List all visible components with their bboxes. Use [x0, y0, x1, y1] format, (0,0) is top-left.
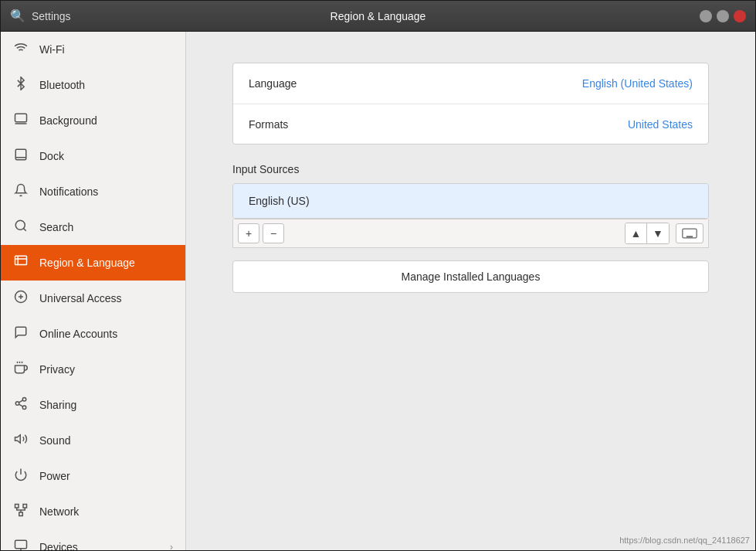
sidebar-item-label-network: Network	[39, 505, 173, 518]
sidebar-item-universal-access[interactable]: Universal Access	[1, 281, 185, 316]
svg-line-6	[23, 228, 25, 230]
add-input-source-button[interactable]: +	[238, 223, 259, 243]
input-source-label: English (US)	[249, 195, 310, 207]
sidebar-item-label-privacy: Privacy	[39, 363, 173, 376]
input-source-arrows: ▲ ▼	[625, 223, 670, 244]
notifications-icon	[13, 183, 29, 200]
input-sources-toolbar: + − ▲ ▼	[232, 219, 709, 248]
background-icon	[13, 112, 29, 129]
svg-rect-7	[15, 256, 27, 264]
svg-point-16	[22, 398, 26, 402]
online-accounts-icon	[13, 325, 29, 342]
sidebar-item-background[interactable]: Background	[1, 103, 185, 138]
language-row[interactable]: Language English (United States)	[233, 63, 708, 104]
minimize-button[interactable]	[700, 10, 712, 22]
sidebar-item-label-power: Power	[39, 470, 173, 482]
manage-installed-languages-button[interactable]: Manage Installed Languages	[232, 260, 709, 293]
svg-line-19	[19, 404, 22, 406]
window-controls	[700, 10, 746, 22]
sidebar-item-label-bluetooth: Bluetooth	[39, 79, 173, 91]
language-value: English (United States)	[582, 77, 693, 90]
privacy-icon	[13, 361, 29, 378]
search-sidebar-icon	[13, 219, 29, 236]
sidebar-item-label-online-accounts: Online Accounts	[39, 328, 173, 340]
sidebar-item-label-devices: Devices	[39, 541, 159, 550]
sidebar-item-power[interactable]: Power	[1, 458, 185, 494]
sidebar-item-label-sound: Sound	[39, 434, 173, 447]
input-sources-title: Input Sources	[232, 163, 709, 175]
sidebar-item-bluetooth[interactable]: Bluetooth	[1, 67, 185, 103]
sidebar-item-region-language[interactable]: Region & Language	[1, 245, 185, 281]
svg-rect-1	[15, 114, 27, 122]
input-sources-section: Input Sources English (US) + − ▲ ▼	[232, 163, 709, 248]
sidebar: Wi-Fi Bluetooth Background	[1, 32, 186, 550]
svg-rect-25	[19, 512, 23, 516]
sidebar-item-sound[interactable]: Sound	[1, 423, 185, 458]
move-up-button[interactable]: ▲	[625, 223, 647, 243]
sidebar-item-wifi[interactable]: Wi-Fi	[1, 32, 185, 67]
titlebar-search-area: 🔍 Settings	[10, 9, 71, 23]
search-icon[interactable]: 🔍	[10, 9, 25, 23]
sidebar-item-sharing[interactable]: Sharing	[1, 387, 185, 423]
input-sources-list: English (US)	[232, 183, 709, 219]
svg-rect-27	[15, 540, 27, 549]
sidebar-item-label-sharing: Sharing	[39, 399, 173, 411]
sidebar-item-search[interactable]: Search	[1, 209, 185, 245]
titlebar: 🔍 Settings Region & Language	[1, 1, 755, 32]
remove-input-source-button[interactable]: −	[263, 223, 284, 243]
sidebar-item-network[interactable]: Network	[1, 494, 185, 529]
maximize-button[interactable]	[717, 10, 729, 22]
sidebar-item-label-wifi: Wi-Fi	[39, 43, 173, 56]
content-area: Language English (United States) Formats…	[186, 32, 755, 550]
formats-row[interactable]: Formats United States	[233, 104, 708, 144]
formats-value: United States	[628, 118, 693, 131]
sidebar-item-label-search: Search	[39, 221, 173, 233]
sidebar-item-devices[interactable]: Devices ›	[1, 529, 185, 550]
sidebar-item-label-universal-access: Universal Access	[39, 292, 173, 304]
app-window: 🔍 Settings Region & Language Wi-Fi	[0, 0, 756, 551]
svg-rect-24	[23, 505, 27, 508]
panel-title: Region & Language	[331, 10, 426, 22]
sidebar-item-notifications[interactable]: Notifications	[1, 174, 185, 209]
keyboard-layout-button[interactable]	[676, 223, 703, 243]
sidebar-item-online-accounts[interactable]: Online Accounts	[1, 316, 185, 352]
sound-icon	[13, 432, 29, 449]
sidebar-item-label-region-language: Region & Language	[39, 257, 173, 269]
svg-marker-21	[15, 435, 21, 444]
svg-point-17	[15, 402, 19, 406]
devices-icon	[13, 539, 29, 550]
sharing-icon	[13, 396, 29, 413]
input-source-item-english-us[interactable]: English (US)	[233, 184, 708, 219]
svg-rect-3	[15, 149, 26, 160]
svg-line-20	[19, 400, 22, 403]
sidebar-item-label-notifications: Notifications	[39, 185, 173, 198]
sidebar-item-label-background: Background	[39, 114, 173, 127]
sidebar-item-dock[interactable]: Dock	[1, 138, 185, 174]
dock-icon	[13, 148, 29, 165]
svg-point-5	[15, 220, 25, 230]
language-label: Language	[249, 77, 582, 90]
wifi-icon	[13, 41, 29, 58]
language-formats-card: Language English (United States) Formats…	[232, 63, 709, 145]
network-icon	[13, 503, 29, 520]
devices-arrow-icon: ›	[170, 542, 173, 550]
svg-rect-23	[15, 505, 19, 508]
close-button[interactable]	[734, 10, 746, 22]
svg-point-18	[22, 406, 26, 410]
sidebar-item-privacy[interactable]: Privacy	[1, 352, 185, 387]
main-container: Wi-Fi Bluetooth Background	[1, 32, 755, 550]
universal-access-icon	[13, 290, 29, 307]
region-icon	[13, 254, 29, 271]
watermark: https://blog.csdn.net/qq_24118627	[619, 536, 750, 545]
settings-app-label: Settings	[32, 10, 71, 22]
sidebar-item-label-dock: Dock	[39, 150, 173, 162]
power-icon	[13, 468, 29, 485]
formats-label: Formats	[249, 118, 628, 131]
bluetooth-icon	[13, 77, 29, 94]
move-down-button[interactable]: ▼	[647, 223, 669, 243]
